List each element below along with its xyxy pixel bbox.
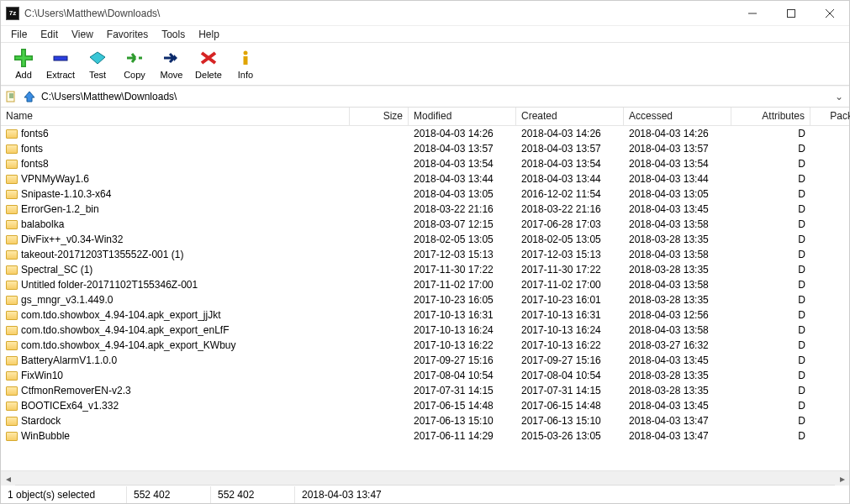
- table-row[interactable]: com.tdo.showbox_4.94-104.apk_export_jjJk…: [1, 307, 849, 323]
- table-row[interactable]: FixWin102017-08-04 10:542017-08-04 10:54…: [1, 368, 849, 383]
- file-size: [350, 314, 409, 316]
- scroll-right-icon[interactable]: ▸: [835, 471, 849, 486]
- file-psize: 0: [810, 323, 849, 337]
- table-row[interactable]: BatteryAlarmV1.1.0.02017-09-27 15:162017…: [1, 353, 849, 368]
- col-modified[interactable]: Modified: [409, 108, 516, 125]
- info-button[interactable]: Info: [228, 46, 263, 83]
- table-row[interactable]: VPNMyWay1.62018-04-03 13:442018-04-03 13…: [1, 171, 849, 186]
- file-modified: 2017-06-13 15:10: [409, 414, 516, 428]
- table-row[interactable]: DivFix++_v0.34-Win322018-02-05 13:052018…: [1, 232, 849, 247]
- horizontal-scrollbar[interactable]: ◂ ▸: [1, 470, 849, 485]
- minimize-button[interactable]: [733, 1, 772, 26]
- table-row[interactable]: WinBubble2017-06-11 14:292015-03-26 13:0…: [1, 428, 849, 444]
- file-list: Name Size Modified Created Accessed Attr…: [1, 108, 849, 485]
- menu-file[interactable]: File: [4, 27, 34, 42]
- file-size: [350, 299, 409, 301]
- file-accessed: 2018-03-28 13:35: [624, 233, 731, 246]
- delete-button[interactable]: Delete: [191, 46, 226, 83]
- maximize-button[interactable]: [772, 1, 810, 26]
- file-psize: 0: [810, 142, 849, 155]
- file-attr: D: [731, 414, 810, 428]
- col-size[interactable]: Size: [350, 108, 409, 125]
- scroll-left-icon[interactable]: ◂: [1, 471, 15, 486]
- up-arrow-icon[interactable]: [23, 90, 36, 103]
- folder-icon: [6, 386, 18, 396]
- file-psize: 0: [810, 399, 849, 412]
- copy-button[interactable]: Copy: [117, 46, 152, 83]
- file-attr: D: [731, 202, 810, 216]
- file-created: 2018-02-05 13:05: [516, 233, 624, 246]
- table-row[interactable]: com.tdo.showbox_4.94-104.apk_export_enLf…: [1, 323, 849, 338]
- menu-view[interactable]: View: [65, 27, 100, 42]
- chevron-down-icon[interactable]: ⌄: [832, 91, 846, 102]
- file-name: fonts6: [21, 128, 49, 139]
- menu-tools[interactable]: Tools: [155, 27, 192, 42]
- folder-icon: [6, 265, 18, 275]
- file-attr: D: [731, 369, 810, 382]
- col-created[interactable]: Created: [516, 108, 624, 125]
- file-size: [350, 193, 409, 195]
- file-size: [350, 390, 409, 391]
- move-icon: [160, 48, 183, 68]
- test-button[interactable]: Test: [80, 46, 115, 83]
- table-row[interactable]: ErrorGen-1.2_bin2018-03-22 21:162018-03-…: [1, 202, 849, 217]
- file-created: 2017-10-13 16:22: [516, 339, 624, 352]
- menu-favorites[interactable]: Favorites: [100, 27, 155, 42]
- file-size: [350, 375, 409, 376]
- extract-icon: [49, 48, 72, 68]
- table-row[interactable]: BOOTICEx64_v1.3322017-06-15 14:482017-06…: [1, 398, 849, 413]
- file-created: 2017-12-03 15:13: [516, 248, 624, 261]
- col-name[interactable]: Name: [1, 108, 350, 125]
- table-row[interactable]: Spectral_SC (1)2017-11-30 17:222017-11-3…: [1, 262, 849, 277]
- document-icon[interactable]: [4, 90, 18, 103]
- file-accessed: 2018-03-28 13:35: [624, 369, 731, 382]
- file-psize: 0: [810, 248, 849, 261]
- menu-edit[interactable]: Edit: [34, 27, 65, 42]
- move-button[interactable]: Move: [154, 46, 189, 83]
- table-row[interactable]: Stardock2017-06-13 15:102017-06-13 15:10…: [1, 413, 849, 428]
- file-name: Stardock: [21, 415, 61, 427]
- folder-icon: [6, 220, 18, 229]
- file-attr: D: [731, 248, 810, 261]
- table-row[interactable]: Snipaste-1.10.3-x642018-04-03 13:052016-…: [1, 186, 849, 202]
- file-size: [350, 420, 409, 422]
- file-psize: 0: [810, 339, 849, 352]
- file-accessed: 2018-04-03 13:57: [624, 142, 731, 155]
- table-row[interactable]: gs_mngr_v3.1.449.02017-10-23 16:052017-1…: [1, 292, 849, 307]
- file-accessed: 2018-04-03 12:56: [624, 308, 731, 322]
- table-row[interactable]: balabolka2018-03-07 12:152017-06-28 17:0…: [1, 217, 849, 232]
- address-path[interactable]: C:\Users\Matthew\Downloads\: [41, 91, 827, 102]
- col-packed-size[interactable]: Packed Size: [810, 108, 850, 125]
- file-accessed: 2018-04-03 13:47: [624, 414, 731, 428]
- table-row[interactable]: takeout-20171203T135552Z-001 (1)2017-12-…: [1, 247, 849, 262]
- add-button[interactable]: Add: [6, 46, 41, 83]
- svg-point-2: [244, 51, 248, 55]
- table-row[interactable]: fonts62018-04-03 14:262018-04-03 14:2620…: [1, 126, 849, 141]
- file-attr: D: [731, 218, 810, 231]
- file-modified: 2017-06-11 14:29: [409, 429, 516, 443]
- file-attr: D: [731, 142, 810, 155]
- close-button[interactable]: [810, 1, 849, 26]
- folder-icon: [6, 341, 18, 350]
- table-row[interactable]: com.tdo.showbox_4.94-104.apk_export_KWbu…: [1, 338, 849, 353]
- file-name: Snipaste-1.10.3-x64: [21, 188, 111, 200]
- table-row[interactable]: fonts2018-04-03 13:572018-04-03 13:57201…: [1, 141, 849, 156]
- toolbar: AddExtractTestCopyMoveDeleteInfo: [1, 43, 849, 86]
- table-row[interactable]: fonts82018-04-03 13:542018-04-03 13:5420…: [1, 156, 849, 171]
- file-modified: 2017-11-02 17:00: [409, 278, 516, 291]
- menu-help[interactable]: Help: [192, 27, 226, 42]
- file-list-body[interactable]: fonts62018-04-03 14:262018-04-03 14:2620…: [1, 126, 849, 470]
- file-name: Spectral_SC (1): [21, 264, 92, 276]
- col-accessed[interactable]: Accessed: [624, 108, 731, 125]
- col-attributes[interactable]: Attributes: [731, 108, 810, 125]
- table-row[interactable]: Untitled folder-20171102T155346Z-0012017…: [1, 277, 849, 292]
- table-row[interactable]: CtfmonRemoverEN-v2.32017-07-31 14:152017…: [1, 383, 849, 398]
- extract-label: Extract: [46, 70, 75, 80]
- file-created: 2017-09-27 15:16: [516, 354, 624, 367]
- file-size: [350, 163, 409, 165]
- file-modified: 2018-02-05 13:05: [409, 233, 516, 246]
- file-created: 2017-11-02 17:00: [516, 278, 624, 291]
- file-created: 2017-10-23 16:01: [516, 293, 624, 307]
- extract-button[interactable]: Extract: [43, 46, 78, 83]
- file-name: BatteryAlarmV1.1.0.0: [21, 354, 117, 366]
